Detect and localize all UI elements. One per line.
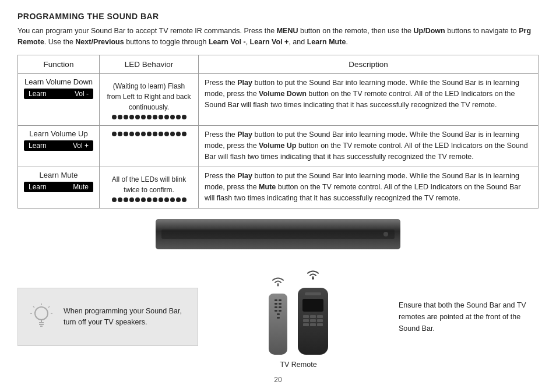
dot: [176, 197, 181, 202]
dot: [135, 115, 140, 119]
function-cell-vol-up: Learn Volume Up Learn Vol +: [18, 125, 100, 167]
col-header-led: LED Behavior: [100, 55, 199, 73]
slim-btn: [275, 306, 277, 308]
remote-large-screen: [302, 299, 323, 312]
dot: [159, 197, 163, 202]
slim-btn: [279, 310, 281, 312]
col-header-function: Function: [18, 55, 100, 73]
table-row: Learn Mute Learn Mute All of the LEDs wi…: [18, 167, 539, 208]
slim-btn: [277, 317, 280, 319]
function-label-vol-up: Learn Volume Up: [24, 129, 93, 138]
desc-play-bold2: Play: [237, 130, 252, 139]
desc-play-bold3: Play: [237, 172, 252, 180]
remote-large-label-bar: [305, 292, 321, 295]
dot: [176, 115, 181, 119]
dot: [118, 115, 122, 119]
intro-paragraph: You can program your Sound Bar to accept…: [17, 26, 539, 48]
btn-right-vol-down: Vol -: [75, 90, 89, 98]
led-cell-vol-down: (Waiting to learn) Flash from Left to Ri…: [100, 73, 199, 125]
dot: [147, 132, 152, 136]
soundbar-svg: [156, 219, 400, 249]
intro-text-mid3: . Use the: [44, 38, 76, 46]
dot: [164, 115, 169, 119]
dot: [129, 115, 134, 119]
led-dots-vol-down: [105, 115, 192, 119]
desc-vol-down-bold: Volume Down: [259, 90, 307, 98]
slim-btn-row4: [275, 310, 281, 312]
intro-learnvol-plus-bold: Learn Vol +: [250, 38, 289, 46]
dot: [129, 197, 134, 202]
remote-large-btn: [303, 315, 309, 318]
wifi-icon-large: [304, 266, 322, 283]
remote-large-wrap: [298, 266, 328, 355]
svg-rect-1: [161, 229, 395, 239]
led-desc-mute-top: All of the LEDs will blink twice to conf…: [105, 174, 192, 195]
remote-large-btn: [303, 319, 309, 322]
intro-text-mid: button on the remote, then use the: [298, 27, 413, 35]
table-row: Learn Volume Down Learn Vol - (Waiting t…: [18, 73, 539, 125]
led-dots-vol-up: [105, 132, 192, 136]
dot: [170, 197, 175, 202]
dot: [129, 132, 134, 136]
slim-btn: [279, 299, 281, 301]
dot: [182, 115, 186, 119]
remote-large-btns: [303, 315, 323, 326]
intro-text-start: You can program your Sound Bar to accept…: [17, 27, 277, 35]
page-title: PROGRAMMING THE SOUND BAR: [17, 12, 539, 21]
function-cell-vol-down: Learn Volume Down Learn Vol -: [18, 73, 100, 125]
led-dots-mute: [105, 197, 192, 202]
slim-btn: [275, 310, 277, 312]
slim-btn: [277, 313, 280, 315]
desc-cell-vol-up: Press the Play button to put the Sound B…: [199, 125, 539, 167]
dot: [141, 197, 146, 202]
intro-learnmute-bold: Learn Mute: [307, 38, 346, 46]
page-number: 20: [17, 376, 539, 384]
slim-btn-row5: [277, 313, 280, 315]
desc-mute-bold: Mute: [259, 183, 276, 191]
soundbar-image: [156, 219, 400, 249]
dot: [164, 132, 169, 136]
bottom-row: When programming your Sound Bar, turn of…: [17, 266, 539, 369]
svg-point-3: [35, 307, 48, 320]
desc-text-start3: Press the: [205, 172, 237, 180]
tip-text: When programming your Sound Bar, turn of…: [64, 306, 188, 329]
remote-slim: [269, 294, 287, 355]
dot: [176, 132, 181, 136]
dot: [159, 115, 163, 119]
dot: [124, 115, 128, 119]
tv-remote-label: TV Remote: [280, 361, 316, 369]
dot: [112, 197, 117, 202]
remotes-row: [269, 266, 328, 355]
desc-text-start2: Press the: [205, 130, 237, 139]
remote-slim-wrap: [269, 274, 287, 355]
remote-large: [298, 288, 328, 355]
btn-left-mute: Learn: [29, 183, 47, 191]
dot: [159, 132, 163, 136]
slim-btn-row6: [277, 317, 280, 319]
wifi-icon-slim: [270, 274, 286, 289]
dot: [170, 115, 175, 119]
function-cell-mute: Learn Mute Learn Mute: [18, 167, 100, 208]
remote-large-btn: [310, 315, 316, 318]
intro-and: , and: [288, 38, 307, 46]
learn-vol-up-btn: Learn Vol +: [24, 140, 93, 151]
remote-large-btn: [310, 323, 316, 326]
dot: [141, 115, 146, 119]
dot: [124, 197, 128, 202]
dot: [153, 197, 157, 202]
svg-point-13: [277, 284, 279, 286]
btn-right-vol-up: Vol +: [73, 142, 89, 150]
intro-text-mid2: buttons to navigate to: [445, 27, 519, 35]
dot: [164, 197, 169, 202]
svg-line-9: [48, 306, 50, 308]
slim-btn: [275, 299, 277, 301]
desc-cell-vol-down: Press the Play button to put the Sound B…: [199, 73, 539, 125]
dot: [112, 115, 117, 119]
desc-play-bold: Play: [237, 79, 252, 87]
ensure-text: Ensure that both the Sound Bar and TV re…: [399, 299, 539, 334]
slim-btn: [279, 306, 281, 308]
dot: [118, 132, 122, 136]
soundbar-image-wrap: [17, 219, 539, 256]
btn-right-mute: Mute: [73, 183, 89, 191]
led-desc-vol-down-top: (Waiting to learn) Flash from Left to Ri…: [105, 81, 192, 112]
